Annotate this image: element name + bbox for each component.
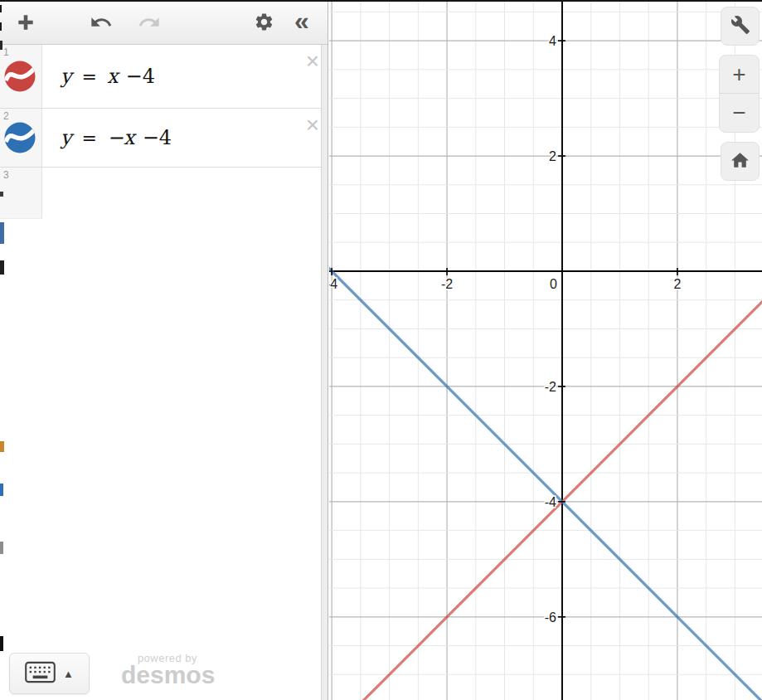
axis-label: 2 — [673, 277, 681, 291]
add-expression-button[interactable] — [8, 5, 43, 40]
undo-button[interactable] — [84, 5, 119, 40]
equation-term2: −4 — [143, 126, 172, 149]
equation-equals: = — [82, 128, 97, 148]
expression-gutter: 3 — [0, 168, 42, 219]
expression-row: 1 y = x −4 × — [0, 45, 328, 109]
gear-icon — [254, 12, 274, 32]
graph-curve — [329, 244, 762, 700]
zoom-button-group: + − — [719, 55, 760, 133]
expression-gutter[interactable]: 2 — [0, 109, 42, 167]
axis-label: -2 — [441, 277, 453, 291]
home-icon — [730, 150, 750, 173]
home-button[interactable] — [721, 142, 760, 181]
equation-term1: −x — [107, 126, 135, 149]
axis-label: -2 — [545, 380, 556, 394]
axis-label: -6 — [545, 610, 556, 625]
equation-lhs: y — [61, 126, 72, 149]
graph-settings-wrench-button[interactable] — [721, 7, 760, 46]
axis-label: 4 — [549, 34, 556, 48]
wrench-icon — [730, 15, 750, 37]
delete-expression-button[interactable]: × — [306, 114, 319, 137]
zoom-out-button[interactable]: − — [720, 94, 759, 132]
expression-gutter[interactable]: 1 — [0, 45, 42, 108]
equation-lhs: y — [61, 65, 72, 88]
double-chevron-left-icon: « — [294, 7, 309, 37]
redo-arrow-icon — [138, 11, 161, 34]
curve-style-icon[interactable] — [4, 61, 36, 92]
graph-region[interactable]: -4-20242-2-4-6 + − — [329, 0, 762, 700]
expression-input[interactable]: y = x −4 — [42, 45, 328, 108]
axis-label: 2 — [549, 149, 556, 163]
undo-redo-group — [84, 5, 167, 40]
delete-expression-button[interactable]: × — [306, 50, 319, 73]
desmos-calculator: « 1 y = x −4 × — [0, 0, 762, 700]
axis-label: 0 — [550, 277, 557, 291]
desmos-logo: desmos — [121, 664, 214, 686]
row-number: 1 — [3, 46, 9, 58]
row-number: 2 — [3, 110, 9, 122]
plus-icon — [15, 12, 36, 33]
expression-panel: « 1 y = x −4 × — [0, 0, 328, 700]
graph-controls: + − — [719, 7, 760, 181]
axis-label: -4 — [545, 495, 556, 509]
undo-arrow-icon — [90, 11, 113, 34]
expression-row: 2 y = −x −4 × — [0, 109, 328, 168]
graph-settings-button[interactable] — [246, 5, 281, 40]
desmos-branding: powered by desmos — [121, 652, 214, 686]
graph-curve — [329, 211, 762, 700]
row-number: 3 — [3, 169, 9, 181]
zoom-in-button[interactable]: + — [720, 56, 759, 94]
expression-input[interactable]: y = −x −4 — [42, 109, 328, 167]
window-top-border — [0, 0, 762, 2]
toolbar-right-group: « — [246, 5, 319, 40]
expression-scrollbar[interactable] — [321, 45, 328, 700]
axis-label: -4 — [329, 277, 337, 291]
show-keyboard-button[interactable]: ▲ — [9, 653, 90, 694]
graph-canvas[interactable]: -4-20242-2-4-6 — [329, 0, 762, 700]
keyboard-icon — [25, 661, 56, 686]
redo-button[interactable] — [132, 5, 167, 40]
expression-row-empty[interactable]: 3 — [0, 168, 328, 219]
equation-term1: x — [107, 65, 119, 88]
powered-by-label: powered by — [121, 652, 214, 664]
equation-equals: = — [82, 66, 97, 87]
collapse-panel-button[interactable]: « — [284, 5, 319, 40]
curve-style-icon[interactable] — [4, 122, 36, 153]
equation-term2: −4 — [126, 65, 155, 88]
expression-toolbar: « — [0, 0, 328, 45]
chevron-up-icon: ▲ — [63, 668, 74, 680]
